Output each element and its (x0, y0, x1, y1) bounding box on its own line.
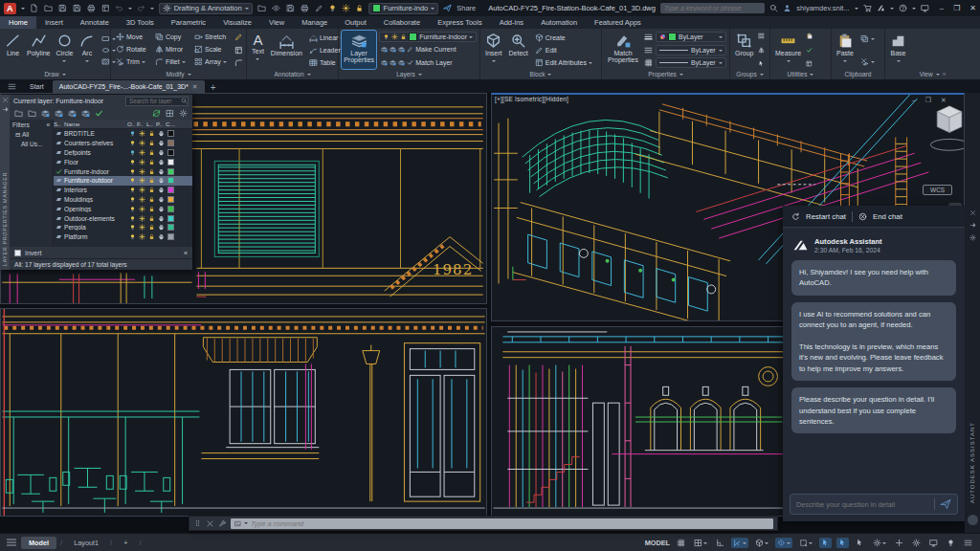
print-icon[interactable] (301, 4, 309, 12)
polyline-button[interactable]: Polyline (25, 31, 53, 69)
text-button[interactable]: A Text (250, 31, 266, 69)
health-monitor-icon[interactable] (921, 4, 929, 12)
end-chat-icon[interactable] (858, 212, 867, 221)
ribbon-tab-view[interactable]: View (260, 16, 293, 29)
layer-on-toggle-icon[interactable] (129, 159, 136, 165)
viewport-window-controls[interactable]: – ❒ ✕ (912, 97, 950, 104)
ribbon-tab-manage[interactable]: Manage (293, 16, 336, 29)
ribbon-tab-visualize[interactable]: Visualize (214, 16, 260, 29)
layer-column-2[interactable]: O.. (127, 121, 137, 127)
layer-row-counters-shelves[interactable]: Counters-shelves (54, 139, 192, 148)
layer-column-5[interactable]: P.. (156, 121, 166, 127)
layer-lock-toggle-icon[interactable] (148, 177, 155, 184)
fillet-button[interactable]: Fillet (153, 56, 190, 68)
move-button[interactable]: Move (114, 31, 151, 42)
plot-icon[interactable] (87, 4, 96, 12)
edit-attributes-button[interactable]: Edit Attributes (533, 56, 598, 68)
save-icon[interactable] (58, 4, 67, 12)
annotate-icon[interactable] (315, 4, 323, 12)
layer-on-toggle-icon[interactable] (129, 177, 136, 184)
status-grid-icon[interactable] (675, 538, 687, 548)
tab-drawing[interactable]: AutoCAD-FY25_Fire-...-Book-Cafe_01_3D* ✕ (53, 80, 205, 93)
layer-on-toggle-icon[interactable] (129, 187, 136, 193)
restart-chat-button[interactable]: Restart chat (806, 212, 846, 221)
assistant-badge-icon[interactable] (968, 515, 978, 525)
layer-on-toggle-icon[interactable] (129, 224, 136, 231)
layer-row-platform[interactable]: Platform (54, 232, 192, 242)
cut-clip-icon[interactable] (860, 57, 869, 66)
collapse-filters-icon[interactable]: « (46, 121, 50, 128)
viewport-label[interactable]: [+][SE Isometric][Hidden] (495, 96, 568, 102)
dimension-button[interactable]: Dimension (269, 31, 304, 69)
layer-row-defpoints[interactable]: Defpoints (54, 148, 192, 158)
group-edit-icon[interactable] (758, 33, 765, 39)
layer-plot-toggle-icon[interactable] (158, 159, 165, 165)
layer-freeze-toggle-icon[interactable] (139, 224, 145, 231)
copy-button[interactable]: Copy (153, 31, 190, 42)
status-annotation-autoscale-icon[interactable] (836, 538, 849, 548)
bulb-icon[interactable] (383, 33, 390, 40)
strip-settings-icon[interactable] (969, 234, 976, 241)
share-icon[interactable] (443, 4, 452, 12)
match-layer-button[interactable]: Match Layer (379, 56, 477, 68)
layer-plot-toggle-icon[interactable] (158, 130, 165, 137)
quick-select-icon[interactable] (806, 60, 813, 67)
plotstyle-list-icon[interactable] (644, 58, 653, 67)
layout1-tab[interactable]: Layout1 (66, 537, 106, 549)
ribbon-tab-home[interactable]: Home (0, 16, 36, 29)
linetype-combo[interactable]: ByLayer (656, 57, 726, 68)
layer-color-swatch[interactable] (167, 187, 174, 193)
layer-freeze-toggle-icon[interactable] (139, 177, 145, 184)
layer-row-mouldings[interactable]: Mouldings (54, 195, 192, 205)
hatch-icon[interactable] (101, 57, 110, 66)
layer-color-swatch[interactable] (167, 159, 174, 165)
close-button[interactable]: ✕ (969, 4, 976, 12)
save-to-web-icon[interactable] (286, 4, 295, 12)
layer-plot-toggle-icon[interactable] (158, 224, 165, 231)
status-snap-icon[interactable] (692, 538, 709, 548)
layer-color-swatch[interactable] (167, 149, 174, 156)
strip-autohide-icon[interactable] (969, 222, 976, 229)
mirror-button[interactable]: Mirror (153, 43, 190, 55)
rotate-button[interactable]: Rotate (114, 43, 151, 55)
group-select-icon[interactable] (758, 60, 765, 67)
panel-label-annotation[interactable]: Annotation (247, 69, 338, 79)
app-menu-caret-icon[interactable] (21, 8, 25, 11)
drawing-canvas[interactable]: [+][SE Isometric][Hidden] – ❒ ✕ 1982 WCS… (0, 93, 980, 533)
detect-button[interactable]: Detect (507, 31, 530, 69)
layer-on-toggle-icon[interactable] (129, 130, 136, 137)
user-avatar-icon[interactable] (783, 4, 791, 12)
erase-icon[interactable] (234, 33, 243, 41)
status-plus-icon[interactable] (893, 538, 905, 548)
layer-row-furniture-indoor[interactable]: Furniture-indoor (54, 166, 192, 176)
send-icon[interactable] (940, 498, 951, 510)
color-combo[interactable]: ByLayer (656, 32, 726, 42)
layer-states-icon[interactable] (41, 109, 50, 118)
layer-color-swatch[interactable] (167, 140, 174, 146)
layer-plot-toggle-icon[interactable] (158, 149, 165, 156)
help-icon[interactable] (899, 4, 907, 12)
status-selection-window-icon[interactable] (797, 538, 814, 548)
recent-commands-icon[interactable] (234, 520, 241, 527)
layer-list-header[interactable]: S..NameO..F..L..P..C... (54, 120, 192, 129)
layer-freeze-toggle-icon[interactable] (139, 215, 145, 222)
layer-plot-toggle-icon[interactable] (158, 206, 165, 212)
layer-row-brdtitle[interactable]: BRDTITLE (54, 129, 192, 139)
layer-lock-icon[interactable] (355, 4, 364, 12)
copy-clip-icon[interactable] (860, 34, 869, 43)
ribbon-tab-collaborate[interactable]: Collaborate (375, 16, 429, 29)
ribbon-tab-featured-apps[interactable]: Featured Apps (586, 16, 650, 29)
save-as-icon[interactable] (73, 4, 81, 12)
strip-close-icon[interactable] (969, 209, 976, 216)
offset-icon[interactable] (234, 58, 243, 67)
layer-freeze-toggle-icon[interactable] (139, 159, 145, 165)
autodesk-caret-icon[interactable] (890, 8, 894, 11)
layer-column-6[interactable]: C... (166, 121, 177, 127)
new-group-filter-icon[interactable] (28, 109, 36, 118)
set-current-icon[interactable] (95, 109, 103, 118)
layer-lock-toggle-icon[interactable] (148, 149, 155, 156)
layer-color-swatch[interactable] (167, 233, 174, 240)
layer-lock-toggle-icon[interactable] (148, 215, 155, 222)
status-isolate-objects-icon[interactable] (945, 538, 957, 548)
maximize-button[interactable]: ❒ (953, 4, 960, 12)
